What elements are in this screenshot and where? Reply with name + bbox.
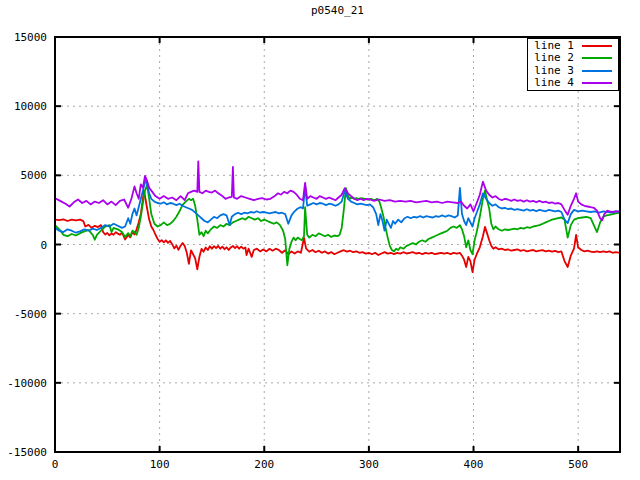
gridlines <box>55 37 620 452</box>
y-tick-label: -10000 <box>7 377 47 390</box>
legend-label-line3: line 3 <box>534 65 574 77</box>
gnuplot-chart-window: p0540_21 0100200300400500-15000-10000-50… <box>0 0 640 480</box>
x-tick-label: 0 <box>52 458 59 471</box>
legend-row-line2: line 2 <box>528 52 618 64</box>
x-tick-label: 400 <box>464 458 484 471</box>
x-tick-label: 500 <box>568 458 588 471</box>
legend-line-sample-red <box>582 45 612 47</box>
y-tick-label: 0 <box>40 239 47 252</box>
legend-row-line3: line 3 <box>528 65 618 77</box>
legend-line-sample-blue <box>582 70 612 72</box>
y-tick-label: 10000 <box>14 100 47 113</box>
y-tick-label: 5000 <box>21 169 48 182</box>
x-tick-label: 300 <box>359 458 379 471</box>
legend-label-line1: line 1 <box>534 40 574 52</box>
y-tick-label: 15000 <box>14 31 47 44</box>
legend-line-sample-green <box>582 57 612 59</box>
y-tick-label: -15000 <box>7 446 47 459</box>
legend-line-sample-violet <box>582 82 612 84</box>
legend-row-line4: line 4 <box>528 77 618 89</box>
legend: line 1 line 2 line 3 line 4 <box>527 38 619 91</box>
x-tick-label: 200 <box>254 458 274 471</box>
legend-label-line2: line 2 <box>534 52 574 64</box>
legend-row-line1: line 1 <box>528 40 618 52</box>
legend-label-line4: line 4 <box>534 77 574 89</box>
y-tick-label: -5000 <box>14 308 47 321</box>
x-tick-label: 100 <box>150 458 170 471</box>
